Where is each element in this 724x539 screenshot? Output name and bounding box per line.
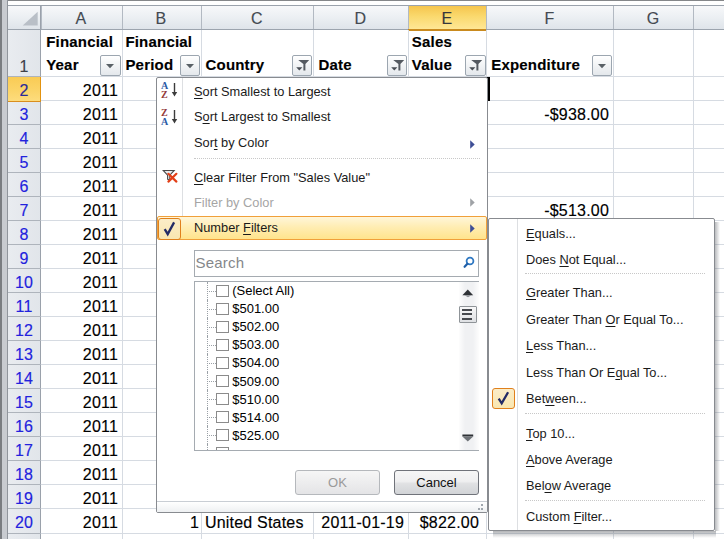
svg-text:A: A <box>161 116 169 126</box>
svg-text:Z: Z <box>161 89 168 99</box>
